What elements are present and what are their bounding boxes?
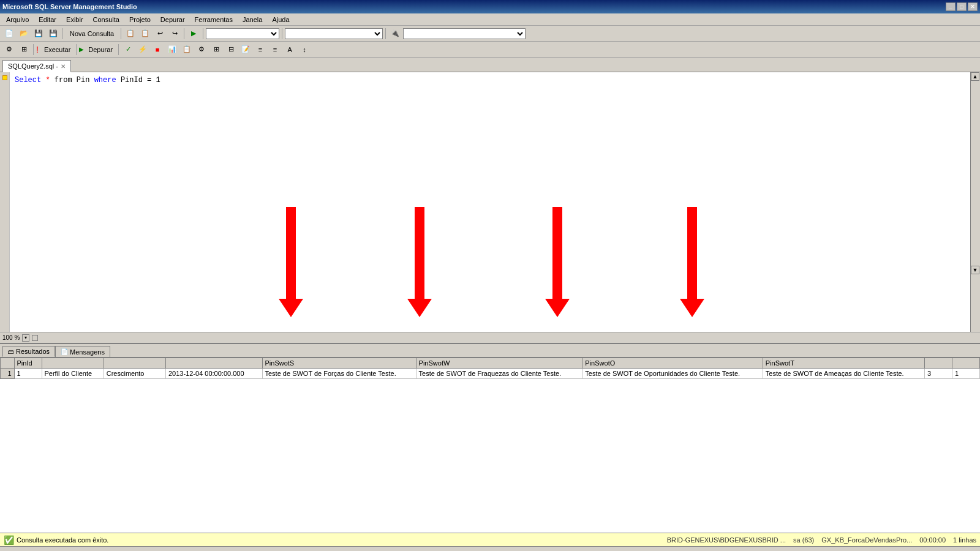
th-pinswotw: PinSwotW [416,358,582,369]
run-btn[interactable]: ▶ [187,28,200,40]
tb2-btn4[interactable]: ⊞ [209,43,223,56]
db-selector2[interactable] [403,28,526,39]
status-db: GX_KB_ForcaDeVendasPro... [821,536,912,544]
paste-btn[interactable]: 📋 [138,28,152,40]
zoom-bar: 100 % ▾ [0,332,980,343]
th-pinswots: PinSwotS [262,358,416,369]
results-panel: 🗃 Resultados 📄 Mensagens PinId [0,343,980,533]
tb2-icon1[interactable]: ⚙ [2,43,16,56]
tb2-btn3[interactable]: ⚙ [195,43,208,56]
new-file-btn[interactable]: 📄 [2,28,16,40]
tb2-btn10[interactable]: ↕ [298,43,311,56]
td-col3: Crescimento [104,369,165,379]
menu-depurar[interactable]: Depurar [157,15,189,24]
close-btn[interactable]: ✕ [968,2,978,11]
minimize-btn[interactable]: _ [946,2,956,11]
tb2-btn2[interactable]: 📋 [180,43,194,56]
sql-table: Pin [77,76,90,84]
tb2-btn5[interactable]: ⊟ [224,43,238,56]
zoom-btn[interactable]: ▾ [22,334,29,342]
sep3 [184,28,184,39]
th-col2 [42,358,104,369]
zoom-label: 100 % [2,334,20,341]
query-tab[interactable]: SQLQuery2.sql - ✕ [2,60,71,72]
save-all-btn[interactable]: 💾 [47,28,60,40]
menu-arquivo[interactable]: Arquivo [2,15,32,24]
td-pinswott: Teste de SWOT de Ameaças do Cliente Test… [763,369,924,379]
depurar-btn[interactable]: Depurar [85,43,116,56]
menu-consulta[interactable]: Consulta [89,15,123,24]
data-grid: PinId PinSwotS PinSwotW PinSwotO PinSwot… [0,358,980,533]
query-content[interactable]: Select * from Pin where PinId = 1 [10,72,980,88]
tb2-btn9[interactable]: A [283,43,296,56]
td-pinswoto: Teste de SWOT de Oportunidades do Client… [582,369,763,379]
save-btn[interactable]: 💾 [32,28,45,40]
th-pinswoto: PinSwotO [582,358,763,369]
row-num: 1 [1,369,15,379]
sql-pinid: PinId [121,76,143,84]
menu-editar[interactable]: Editar [35,15,60,24]
status-user: sa (63) [793,536,814,544]
th-col10 [952,358,979,369]
redo-btn[interactable]: ↪ [168,28,181,40]
editor-wrapper[interactable]: Select * from Pin where PinId = 1 [0,72,980,332]
zoom-scroll-left[interactable] [32,335,38,341]
tb2-btn1[interactable]: 📊 [165,43,179,56]
table-header-row: PinId PinSwotS PinSwotW PinSwotO PinSwot… [1,358,980,369]
sql-select: Select [15,76,41,84]
db-selector[interactable] [206,28,279,39]
arrow3 [545,207,570,317]
check-btn[interactable]: ✓ [121,43,135,56]
restore-btn[interactable]: □ [957,2,967,11]
undo-btn[interactable]: ↩ [153,28,167,40]
editor-scrollbar[interactable]: ▲ ▼ [970,72,980,332]
menu-janela[interactable]: Janela [239,15,266,24]
sql-star: * [45,76,50,84]
th-pinswott: PinSwotT [763,358,924,369]
tab-resultados[interactable]: 🗃 Resultados [2,346,55,357]
tb2-btn7[interactable]: ≡ [254,43,267,56]
title-bar: Microsoft SQL Server Management Studio _… [0,0,980,13]
resultados-label: Resultados [16,348,50,355]
td-pinid: 1 [14,369,42,379]
editor-margin [0,72,10,332]
mensagens-icon: 📄 [61,348,68,355]
sql-from: from [55,76,72,84]
results-tabs: 🗃 Resultados 📄 Mensagens [0,344,980,358]
td-col10: 1 [952,369,979,379]
th-pinid: PinId [14,358,42,369]
connect-btn[interactable]: 🔌 [388,28,402,40]
status-message: Consulta executada com êxito. [17,536,108,544]
tb2-btn6[interactable]: 📝 [239,43,252,56]
sep7 [33,44,34,55]
executar-btn[interactable]: Executar [41,43,74,56]
server-selector[interactable] [285,28,383,39]
resultados-icon: 🗃 [8,348,14,355]
menu-ajuda[interactable]: Ajuda [268,15,293,24]
td-pinswots: Teste de SWOT de Forças do Cliente Teste… [262,369,416,379]
tab-close-btn[interactable]: ✕ [61,63,66,70]
tb2-btn8[interactable]: ≡ [268,43,282,56]
tb2-icon2[interactable]: ⊞ [17,43,31,56]
sep2 [121,28,121,39]
stop-btn[interactable]: ■ [151,43,164,56]
menu-ferramentas[interactable]: Ferramentas [191,15,236,24]
table-row: 1 1 Perfil do Cliente Crescimento 2013-1… [1,369,980,379]
results-table: PinId PinSwotS PinSwotW PinSwotO PinSwot… [0,358,980,379]
open-btn[interactable]: 📂 [17,28,31,40]
depurar-icon: ▶ [79,46,84,53]
toolbar1: 📄 📂 💾 💾 Nova Consulta 📋 📋 ↩ ↪ ▶ 🔌 [0,26,980,42]
parse-btn[interactable]: ⚡ [136,43,149,56]
status-server: BRID-GENEXUS\BDGENEXUSBRID ... [667,536,786,544]
sql-space2 [50,76,55,84]
th-col3 [104,358,165,369]
copy-btn[interactable]: 📋 [124,28,137,40]
sql-space6 [143,76,147,84]
nova-consulta-btn[interactable]: Nova Consulta [66,28,118,40]
menu-exibir[interactable]: Exibir [62,15,87,24]
editor-area: Select * from Pin where PinId = 1 [0,72,980,533]
sql-where: where [94,76,116,84]
menu-projeto[interactable]: Projeto [126,15,154,24]
td-pinswotw: Teste de SWOT de Fraquezas do Cliente Te… [416,369,582,379]
tab-mensagens[interactable]: 📄 Mensagens [55,346,110,357]
